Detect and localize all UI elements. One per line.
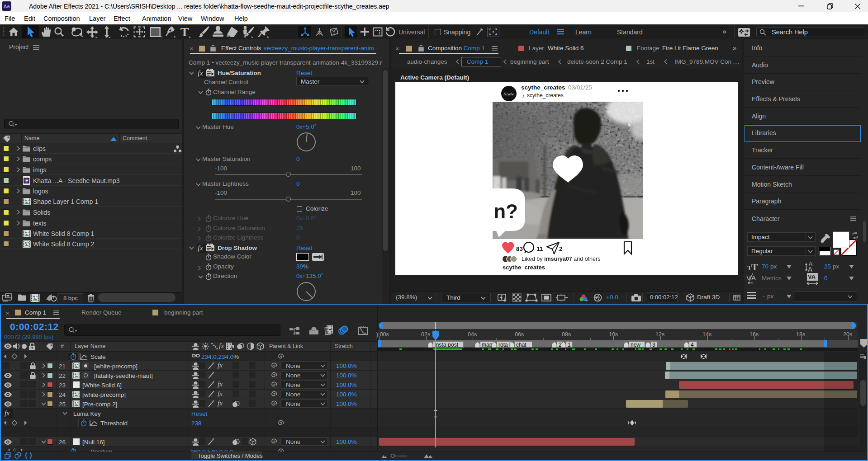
svg-text:2: 2 [559, 245, 563, 252]
svg-text:A: A [808, 265, 812, 273]
svg-text:11: 11 [536, 245, 543, 252]
svg-text:T: T [751, 261, 758, 273]
svg-text:V: V [746, 274, 751, 282]
svg-text:T: T [180, 25, 189, 39]
svg-text:83: 83 [516, 245, 523, 252]
svg-text:♪: ♪ [522, 93, 525, 99]
svg-text:03/01/25: 03/01/25 [568, 84, 592, 91]
svg-text:scythe_creates: scythe_creates [527, 92, 564, 99]
svg-text:Liked by imsurya07 and others: Liked by imsurya07 and others [522, 256, 600, 262]
svg-text:scythe_creates: scythe_creates [503, 264, 545, 271]
svg-text:ın?: ın? [488, 200, 518, 222]
svg-text:Ae: Ae [3, 4, 9, 9]
svg-text:scythe_creates: scythe_creates [521, 84, 565, 91]
svg-text:Scythe: Scythe [503, 92, 514, 96]
